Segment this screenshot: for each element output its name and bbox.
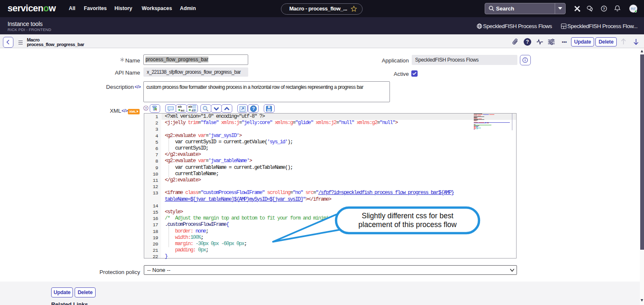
svg-text:ab: ab [188, 105, 192, 109]
svg-text:Slightly different css for bes: Slightly different css for best [362, 212, 454, 220]
svg-text:ac: ac [181, 109, 185, 112]
svg-text:placement of this process flow: placement of this process flow [358, 220, 457, 229]
svg-text:ab: ab [178, 105, 182, 109]
svg-text:?: ? [252, 106, 255, 111]
svg-text:?: ? [603, 7, 605, 11]
svg-text:?: ? [145, 106, 147, 110]
